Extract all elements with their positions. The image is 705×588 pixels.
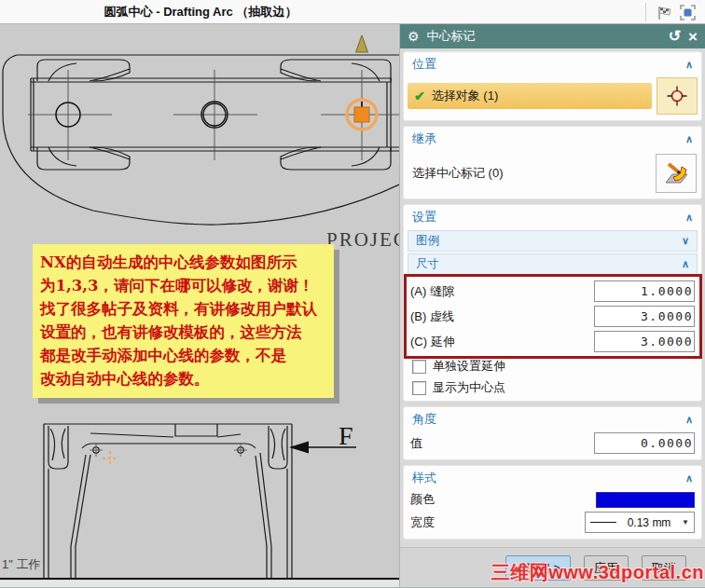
dialog-options-gear-icon[interactable]: ⚙ <box>408 30 420 43</box>
front-view-drawing <box>44 424 292 578</box>
window-title: 圆弧中心 - Drafting Arc （抽取边） <box>0 0 401 24</box>
legend-label: 图例 <box>416 233 439 249</box>
field-row-dash: (B) 虚线 3.0000 <box>404 304 701 329</box>
center-mark-dialog: ⚙ 中心标记 ↺ × 位置 ∧ ✔ 选择对象 (1) <box>399 24 705 588</box>
dimension-label: 尺寸 <box>416 256 439 272</box>
top-view-drawing <box>3 55 399 225</box>
group-position: 位置 ∧ ✔ 选择对象 (1) <box>403 51 702 121</box>
finish-flag-icon[interactable] <box>656 4 672 21</box>
group-style-header[interactable]: 样式 ∧ <box>404 466 701 489</box>
group-angle-header[interactable]: 角度 ∧ <box>404 407 701 431</box>
note-line: 找了很多帖子及资料，有讲修改用户默认 <box>40 297 328 321</box>
chevron-up-icon: ∧ <box>685 133 693 145</box>
chevron-up-icon: ∧ <box>685 414 693 426</box>
front-view-holes <box>90 444 247 457</box>
drawing-canvas[interactable]: F PROJEC NX的自动生成的中心线参数如图所示 为1,3,3，请问下在哪可… <box>0 24 399 588</box>
display-center-point-label: 显示为中心点 <box>433 379 505 396</box>
width-label: 宽度 <box>410 514 435 531</box>
individual-extension-label: 单独设置延伸 <box>433 358 505 375</box>
angle-value-label: 值 <box>410 435 422 452</box>
extension-input[interactable]: 3.0000 <box>594 331 695 352</box>
subsection-legend[interactable]: 图例 ∨ <box>408 230 698 252</box>
group-settings-label: 设置 <box>412 209 436 226</box>
dialog-header[interactable]: ⚙ 中心标记 ↺ × <box>400 24 705 48</box>
close-icon[interactable]: × <box>688 29 698 45</box>
angle-value-input[interactable]: 0.0000 <box>594 432 695 454</box>
note-line: 为1,3,3，请问下在哪可以修改，谢谢！ <box>40 274 328 297</box>
note-line: NX的自动生成的中心线参数如图所示 <box>40 251 328 274</box>
group-inherit: 继承 ∧ 选择中心标记 (0) <box>403 126 702 199</box>
group-angle-label: 角度 <box>412 411 436 428</box>
reset-icon[interactable]: ↺ <box>669 29 681 44</box>
dash-field-label: (B) 虚线 <box>410 308 454 325</box>
checkbox-row-individual-extension[interactable]: 单独设置延伸 <box>404 354 701 376</box>
field-row-extension: (C) 延伸 3.0000 <box>404 329 701 354</box>
line-width-dropdown[interactable]: 0.13 mm ▼ <box>585 512 695 533</box>
line-width-value: 0.13 mm <box>622 516 676 529</box>
preview-center-mark <box>103 451 118 466</box>
group-position-header[interactable]: 位置 ∧ <box>404 52 701 75</box>
inherit-marker-icon <box>663 160 689 186</box>
field-row-width: 宽度 0.13 mm ▼ <box>404 510 701 535</box>
direction-cone-marker <box>356 35 368 52</box>
titlebar-icons <box>645 3 696 21</box>
group-settings: 设置 ∧ 图例 ∨ 尺寸 ∧ (A) 缝隙 1.0000 <box>403 204 702 402</box>
crosshair-icon <box>666 85 688 107</box>
field-row-color: 颜色 <box>404 489 701 510</box>
dash-input[interactable]: 3.0000 <box>594 306 695 327</box>
point-target-button[interactable] <box>657 77 698 115</box>
group-settings-header[interactable]: 设置 ∧ <box>404 205 701 228</box>
chevron-down-icon: ∨ <box>682 235 689 247</box>
checkbox-row-display-center-point[interactable]: 显示为中心点 <box>404 376 701 397</box>
chevron-up-icon: ∧ <box>682 258 689 270</box>
inherit-select-button[interactable] <box>656 154 697 193</box>
group-inherit-header[interactable]: 继承 ∧ <box>404 127 701 150</box>
dialog-title: 中心标记 <box>427 28 661 45</box>
field-row-gap: (A) 缝隙 1.0000 <box>404 279 701 304</box>
titlebar: 圆弧中心 - Drafting Arc （抽取边） <box>0 0 705 24</box>
checkmark-icon: ✔ <box>414 89 425 103</box>
color-swatch[interactable] <box>596 492 695 508</box>
group-angle: 角度 ∧ 值 0.0000 <box>403 406 702 460</box>
maximize-view-icon[interactable] <box>679 4 696 21</box>
subsection-dimension[interactable]: 尺寸 ∧ <box>408 253 698 275</box>
sheet-corner-label: 1" 工作 <box>2 556 40 573</box>
view-arrow-f: F <box>289 421 356 454</box>
nx-drafting-window: 圆弧中心 - Drafting Arc （抽取边） <box>0 0 705 588</box>
group-style-label: 样式 <box>412 470 436 486</box>
checkbox-unchecked-icon[interactable] <box>412 381 426 395</box>
gap-input[interactable]: 1.0000 <box>594 280 695 302</box>
group-inherit-label: 继承 <box>412 130 436 147</box>
checkbox-unchecked-icon[interactable] <box>412 360 426 374</box>
group-style: 样式 ∧ 颜色 宽度 0.13 mm ▼ <box>403 465 702 540</box>
chevron-up-icon: ∧ <box>685 59 693 71</box>
group-position-label: 位置 <box>412 56 436 73</box>
note-line: 都是改手动添加中心线的参数，不是 <box>40 344 328 367</box>
chevron-up-icon: ∧ <box>685 472 693 485</box>
extension-field-label: (C) 延伸 <box>410 334 455 350</box>
annotation-note: NX的自动生成的中心线参数如图所示 为1,3,3，请问下在哪可以修改，谢谢！ 找… <box>33 244 334 398</box>
select-center-mark-label: 选择中心标记 (0) <box>412 165 504 182</box>
dropdown-caret-icon: ▼ <box>682 518 689 526</box>
dimension-fields: (A) 缝隙 1.0000 (B) 虚线 3.0000 (C) 延伸 3.000… <box>404 279 701 354</box>
projection-text: PROJEC <box>326 228 399 252</box>
line-sample-icon <box>590 522 616 523</box>
note-line: 设置的，也有讲修改模板的，这些方法 <box>40 321 328 344</box>
select-object-label: 选择对象 (1) <box>432 88 499 104</box>
view-arrow-label: F <box>339 421 353 450</box>
watermark: 三维网www.3dportal.cn <box>491 560 704 585</box>
field-row-angle-value: 值 0.0000 <box>404 431 701 456</box>
color-label: 颜色 <box>410 491 435 508</box>
gap-field-label: (A) 缝隙 <box>410 283 454 300</box>
dialog-body: 位置 ∧ ✔ 选择对象 (1) <box>400 48 705 540</box>
chevron-up-icon: ∧ <box>685 212 693 224</box>
select-object-row[interactable]: ✔ 选择对象 (1) <box>408 83 652 109</box>
note-line: 改动自动中心线的参数。 <box>40 367 328 390</box>
